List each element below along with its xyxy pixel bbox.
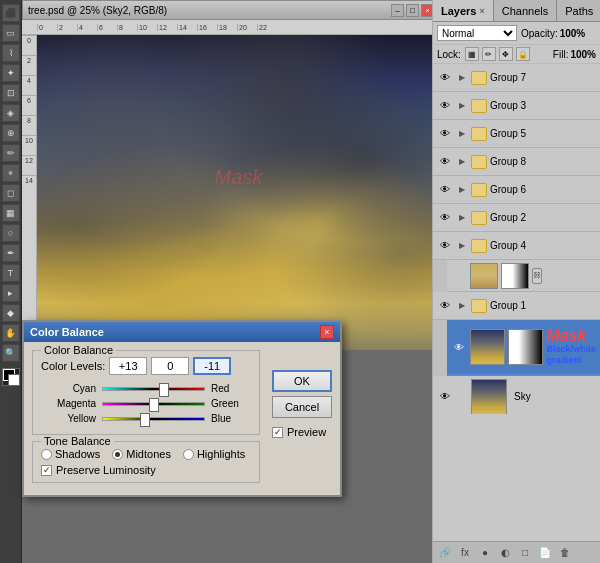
new-layer-btn[interactable]: 📄 [537,545,553,561]
tool-shape[interactable]: ◆ [2,304,20,322]
visibility-icon[interactable]: 👁 [437,389,453,405]
delete-layer-btn[interactable]: 🗑 [557,545,573,561]
tool-zoom[interactable]: 🔍 [2,344,20,362]
maximize-btn[interactable]: □ [406,4,419,17]
visibility-icon[interactable]: 👁 [437,98,453,114]
expand-icon[interactable]: ▶ [456,212,468,224]
ruler-marks-horizontal: 0 2 4 6 8 10 12 14 16 18 20 22 [37,24,277,31]
tool-heal[interactable]: ⊕ [2,124,20,142]
level3-input[interactable] [193,357,231,375]
add-adjustment-btn[interactable]: ◐ [497,545,513,561]
tool-eraser[interactable]: ◻ [2,184,20,202]
highlights-option[interactable]: Highlights [183,448,245,460]
lock-position-btn[interactable]: ✥ [499,47,513,61]
visibility-icon[interactable]: 👁 [437,238,453,254]
lock-paint-btn[interactable]: ✏ [482,47,496,61]
tab-channels[interactable]: Channels [494,0,557,21]
expand-icon[interactable]: ▶ [456,184,468,196]
tool-select[interactable]: ▭ [2,24,20,42]
layer-group5[interactable]: 👁 ▶ Group 5 [433,120,600,148]
layer-group4[interactable]: 👁 ▶ Group 4 [433,232,600,260]
layer-sky2-selected[interactable]: 👁 Mask Black/white gradient [447,320,600,376]
folder-icon [471,127,487,141]
tool-eyedropper[interactable]: ◈ [2,104,20,122]
midtones-radio[interactable] [112,449,123,460]
minimize-btn[interactable]: – [391,4,404,17]
blend-mode-select[interactable]: Normal Multiply Screen Overlay [437,25,517,41]
canvas-image-area[interactable]: Mask [37,35,440,350]
visibility-icon[interactable]: 👁 [437,70,453,86]
add-mask-btn[interactable]: ● [477,545,493,561]
layer-group3[interactable]: 👁 ▶ Group 3 [433,92,600,120]
tool-move[interactable]: ⬛ [2,4,20,22]
new-group-btn[interactable]: □ [517,545,533,561]
layer-group8[interactable]: 👁 ▶ Group 8 [433,148,600,176]
visibility-icon[interactable]: 👁 [437,182,453,198]
v-ruler-mark: 0 [22,35,36,55]
group-label: Color Balance [41,344,116,356]
tool-lasso[interactable]: ⌇ [2,44,20,62]
tool-dodge[interactable]: ○ [2,224,20,242]
tab-paths[interactable]: Paths [557,0,600,21]
visibility-icon[interactable]: 👁 [437,210,453,226]
lock-transparent-btn[interactable]: ▦ [465,47,479,61]
lock-all-btn[interactable]: 🔒 [516,47,530,61]
dialog-body: Color Balance Color Levels: Cyan Red Mag… [24,342,340,495]
layers-panel: Layers × Channels Paths Normal Multiply … [432,0,600,563]
dialog-title: Color Balance [30,326,104,338]
highlights-radio[interactable] [183,449,194,460]
left-toolbar: ⬛ ▭ ⌇ ✦ ⊡ ◈ ⊕ ✏ ⌖ ◻ ▦ ○ ✒ T ▸ ◆ ✋ 🔍 [0,0,22,563]
fill-value: 100% [570,49,596,60]
visibility-icon[interactable]: 👁 [451,339,467,355]
tool-pen[interactable]: ✒ [2,244,20,262]
yellow-label: Yellow [41,413,96,424]
layer-sky[interactable]: 👁 Sky [433,376,600,414]
visibility-icon[interactable]: 👁 [437,298,453,314]
tool-wand[interactable]: ✦ [2,64,20,82]
level1-input[interactable] [109,357,147,375]
ruler-mark: 10 [137,24,157,31]
layer-group7[interactable]: 👁 ▶ Group 7 [433,64,600,92]
layer-group4-content[interactable]: ⛓ [447,260,600,292]
magenta-green-slider[interactable] [102,402,205,406]
expand-icon[interactable]: ▶ [456,240,468,252]
tool-hand[interactable]: ✋ [2,324,20,342]
visibility-icon[interactable]: 👁 [437,154,453,170]
preserve-checkbox[interactable] [41,465,52,476]
tool-text[interactable]: T [2,264,20,282]
tool-gradient[interactable]: ▦ [2,204,20,222]
cloud-overlay [37,35,440,350]
expand-icon[interactable]: ▶ [456,72,468,84]
expand-icon[interactable]: ▶ [456,100,468,112]
visibility-icon[interactable]: 👁 [437,126,453,142]
visibility-icon[interactable] [451,268,467,284]
cyan-red-slider[interactable] [102,387,205,391]
cancel-button[interactable]: Cancel [272,396,332,418]
layer-group6[interactable]: 👁 ▶ Group 6 [433,176,600,204]
dialog-close-btn[interactable]: × [320,325,334,339]
link-layers-btn[interactable]: 🔗 [437,545,453,561]
ruler-top: 0 2 4 6 8 10 12 14 16 18 20 22 [22,20,440,35]
tab-layers[interactable]: Layers × [433,0,494,21]
expand-icon[interactable]: ▶ [456,300,468,312]
layer-group1[interactable]: 👁 ▶ Group 1 [433,292,600,320]
tab-layers-close[interactable]: × [479,6,484,16]
expand-icon[interactable]: ▶ [456,156,468,168]
yellow-blue-slider[interactable] [102,417,205,421]
effects-btn[interactable]: fx [457,545,473,561]
tool-brush[interactable]: ✏ [2,144,20,162]
preview-checkbox[interactable] [272,427,283,438]
layers-list[interactable]: 👁 ▶ Group 7 👁 ▶ Group 3 👁 ▶ Group 5 👁 ▶ [433,64,600,414]
level2-input[interactable] [151,357,189,375]
ok-button[interactable]: OK [272,370,332,392]
tool-clone[interactable]: ⌖ [2,164,20,182]
tool-path-select[interactable]: ▸ [2,284,20,302]
layer-group2[interactable]: 👁 ▶ Group 2 [433,204,600,232]
midtones-option[interactable]: Midtones [112,448,171,460]
tool-crop[interactable]: ⊡ [2,84,20,102]
sky2-mask-thumb [508,329,543,365]
shadows-option[interactable]: Shadows [41,448,100,460]
expand-icon[interactable]: ▶ [456,128,468,140]
shadows-radio[interactable] [41,449,52,460]
preserve-luminosity-row[interactable]: Preserve Luminosity [41,464,251,476]
